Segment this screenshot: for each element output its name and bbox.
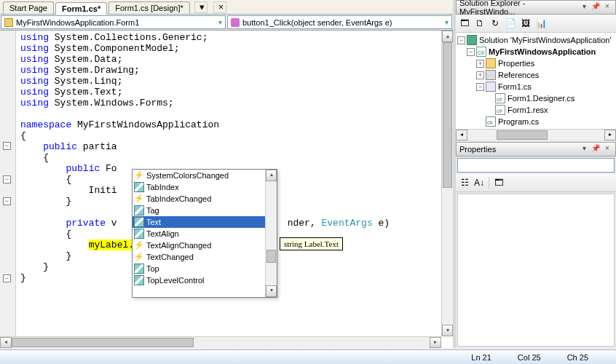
intellisense-label: TextAlignChanged xyxy=(146,241,211,250)
method-icon xyxy=(231,18,240,27)
panel-pin-button[interactable]: 📌 xyxy=(591,2,601,12)
intellisense-label: SystemColorsChanged xyxy=(146,171,229,180)
intellisense-label: Top xyxy=(146,264,159,273)
scroll-thumb[interactable] xyxy=(12,338,194,347)
intellisense-tooltip: string Label.Text xyxy=(280,237,343,250)
intellisense-label: Text xyxy=(146,218,161,226)
scroll-left-button[interactable]: ◂ xyxy=(456,130,467,141)
intellisense-item[interactable]: Top xyxy=(133,263,277,274)
solution-explorer-toolbar: 🗔 🗋 ↻ 📄 🖼 📊 xyxy=(456,15,616,33)
tab-form-cs[interactable]: Form1.cs* xyxy=(55,2,107,15)
panel-pin-button[interactable]: 📌 xyxy=(591,144,601,154)
intellisense-item[interactable]: TopLevelControl xyxy=(133,274,277,286)
solution-icon xyxy=(467,35,477,45)
expand-button[interactable]: − xyxy=(476,83,484,91)
intellisense-item[interactable]: Text xyxy=(133,216,277,228)
csharp-project-icon xyxy=(476,47,486,57)
chevron-down-icon: ▾ xyxy=(218,18,222,26)
tab-menu-button[interactable]: ▾ xyxy=(194,1,208,13)
tab-close-button[interactable]: × xyxy=(213,1,226,13)
intellisense-label: TextChanged xyxy=(146,253,194,261)
scroll-left-button[interactable]: ◂ xyxy=(0,337,12,348)
panel-close-button[interactable]: × xyxy=(602,2,612,12)
intellisense-scrollbar[interactable]: ▴ ▾ xyxy=(265,170,277,297)
tab-start-page[interactable]: Start Page xyxy=(3,1,54,14)
scroll-down-button[interactable]: ▾ xyxy=(266,285,277,297)
status-bar: Ln 21 Col 25 Ch 25 xyxy=(0,349,616,364)
scroll-thumb[interactable] xyxy=(497,130,548,140)
scroll-thumb[interactable] xyxy=(443,42,452,188)
expand-button[interactable]: + xyxy=(476,71,484,79)
properties-button[interactable]: 🗔 xyxy=(457,16,472,31)
view-class-diagram-button[interactable]: 📊 xyxy=(534,16,548,31)
property-pages-button[interactable]: 🗔 xyxy=(491,175,506,190)
show-all-files-button[interactable]: 🗋 xyxy=(473,16,487,31)
scroll-thumb[interactable] xyxy=(266,250,276,263)
form-cs-node[interactable]: −Form1.cs xyxy=(457,81,615,92)
intellisense-item[interactable]: Tag xyxy=(133,205,277,216)
intellisense-item[interactable]: TextAlignChanged xyxy=(133,240,277,251)
intellisense-item[interactable]: SystemColorsChanged xyxy=(133,170,277,181)
prop-icon xyxy=(134,275,144,285)
intellisense-item[interactable]: TabIndex xyxy=(133,181,277,193)
form-icon xyxy=(486,82,496,92)
expand-button[interactable]: + xyxy=(476,60,484,68)
panel-title: Properties xyxy=(459,145,496,154)
scroll-up-button[interactable]: ▴ xyxy=(442,31,453,42)
intellisense-item[interactable]: TextAlign xyxy=(133,228,277,240)
alphabetical-button[interactable]: A↓ xyxy=(472,175,486,190)
scroll-up-button[interactable]: ▴ xyxy=(266,170,277,181)
node-label: Form1.cs xyxy=(498,81,532,92)
form-resx-node[interactable]: Form1.resx xyxy=(457,104,615,116)
panel-menu-button[interactable]: ▾ xyxy=(579,144,589,154)
properties-panel: Properties ▾ 📌 × ☷ A↓ 🗔 xyxy=(456,142,616,348)
properties-object-dropdown[interactable] xyxy=(457,158,615,173)
solution-node[interactable]: −Solution 'MyFirstWindowsApplication' xyxy=(457,34,615,46)
program-cs-node[interactable]: Program.cs xyxy=(457,116,615,127)
resx-file-icon xyxy=(495,105,505,115)
node-label: Solution 'MyFirstWindowsApplication' xyxy=(479,34,612,46)
categorized-button[interactable]: ☷ xyxy=(457,175,472,190)
scroll-down-button[interactable]: ▾ xyxy=(442,325,453,336)
form-designer-node[interactable]: Form1.Designer.cs xyxy=(457,92,615,104)
class-dropdown-text: MyFirstWindowsApplication.Form1 xyxy=(16,18,139,27)
expand-button[interactable]: − xyxy=(467,48,475,56)
document-tabs: Start Page Form1.cs* Form1.cs [Design]* … xyxy=(0,0,453,15)
scroll-right-button[interactable]: ▸ xyxy=(604,130,616,141)
properties-header[interactable]: Properties ▾ 📌 × xyxy=(456,142,616,157)
references-node[interactable]: +References xyxy=(457,69,615,81)
class-dropdown[interactable]: MyFirstWindowsApplication.Form1 ▾ xyxy=(1,15,226,29)
intellisense-label: TabIndexChanged xyxy=(146,194,211,203)
refresh-button[interactable]: ↻ xyxy=(488,16,502,31)
member-dropdown[interactable]: button1_Click(object sender, EventArgs e… xyxy=(227,15,452,29)
intellisense-item[interactable]: TabIndexChanged xyxy=(133,193,277,205)
event-icon xyxy=(134,194,144,204)
intellisense-label: TopLevelControl xyxy=(146,276,205,285)
code-editor[interactable]: − − − − using System.Collections.Generic… xyxy=(0,31,453,348)
expand-button[interactable]: − xyxy=(457,36,465,44)
tab-form-design[interactable]: Form1.cs [Design]* xyxy=(108,1,190,14)
solution-tree-hscroll[interactable]: ◂ ▸ xyxy=(456,129,616,141)
project-node[interactable]: −MyFirstWindowsApplication xyxy=(457,46,615,58)
intellisense-label: TabIndex xyxy=(146,183,179,191)
view-designer-button[interactable]: 🖼 xyxy=(518,16,533,31)
prop-icon xyxy=(134,264,144,274)
scroll-right-button[interactable]: ▸ xyxy=(430,337,441,348)
prop-icon xyxy=(134,205,144,215)
csharp-file-icon xyxy=(495,93,505,103)
view-code-button[interactable]: 📄 xyxy=(503,16,518,31)
intellisense-item[interactable]: TextChanged xyxy=(133,251,277,263)
intellisense-popup[interactable]: SystemColorsChangedTabIndexTabIndexChang… xyxy=(132,169,277,298)
solution-tree[interactable]: −Solution 'MyFirstWindowsApplication' −M… xyxy=(456,33,616,129)
panel-close-button[interactable]: × xyxy=(602,144,612,154)
node-label: References xyxy=(498,69,539,81)
panel-menu-button[interactable]: ▾ xyxy=(579,2,589,12)
class-icon xyxy=(4,18,13,27)
editor-horizontal-scrollbar[interactable]: ◂ ▸ xyxy=(0,336,441,348)
editor-vertical-scrollbar[interactable]: ▴ ▾ xyxy=(441,31,453,336)
status-ch: Ch 25 xyxy=(554,353,601,362)
properties-node[interactable]: +Properties xyxy=(457,58,615,69)
solution-explorer-header[interactable]: Solution Explorer - MyFirstWindo... ▾ 📌 … xyxy=(456,0,616,15)
status-line: Ln 21 xyxy=(458,353,505,362)
properties-grid[interactable] xyxy=(457,194,615,347)
